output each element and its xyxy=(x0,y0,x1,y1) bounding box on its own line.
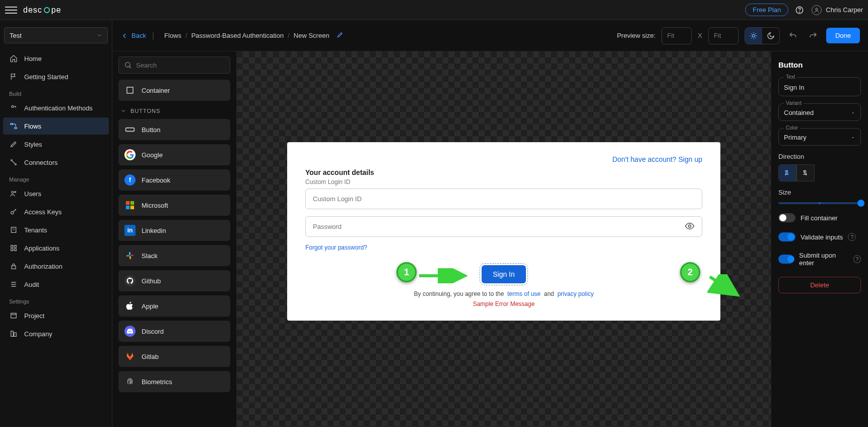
palette-discord[interactable]: Discord xyxy=(118,321,230,342)
nav-home[interactable]: Home xyxy=(3,50,109,67)
crumb-flow-name[interactable]: Password-Based Authentication xyxy=(191,32,284,39)
light-mode-button[interactable] xyxy=(745,28,762,44)
palette-apple[interactable]: Apple xyxy=(118,295,230,317)
palette-google[interactable]: Google xyxy=(118,144,230,165)
palette-biometrics[interactable]: Biometrics xyxy=(118,371,230,392)
linkedin-icon: in xyxy=(124,225,136,236)
dark-mode-button[interactable] xyxy=(762,28,779,44)
free-plan-button[interactable]: Free Plan xyxy=(745,4,788,16)
svg-rect-29 xyxy=(126,206,129,209)
palette-search[interactable] xyxy=(118,56,230,74)
nav-label: Company xyxy=(24,330,52,338)
signup-link[interactable]: Don't have account? Sign up xyxy=(305,155,702,163)
nav-tenants[interactable]: Tenants xyxy=(3,221,109,238)
svg-rect-7 xyxy=(11,124,13,125)
svg-point-4 xyxy=(799,12,800,12)
environment-value: Test xyxy=(10,32,22,39)
preview-height-input[interactable] xyxy=(708,27,739,44)
done-button[interactable]: Done xyxy=(826,28,860,43)
forgot-password-link[interactable]: Forgot your password? xyxy=(305,244,702,251)
palette-github[interactable]: Github xyxy=(118,270,230,291)
nav-styles[interactable]: Styles xyxy=(3,136,109,153)
palette-facebook[interactable]: fFacebook xyxy=(118,169,230,191)
nav-authorization[interactable]: Authorization xyxy=(3,258,109,275)
nav-label: Getting Started xyxy=(24,73,68,81)
crumb-flows[interactable]: Flows xyxy=(164,32,181,39)
search-input[interactable] xyxy=(136,62,225,69)
login-id-field[interactable] xyxy=(305,189,702,209)
brand-logo: desc pe xyxy=(23,6,61,15)
svg-point-35 xyxy=(689,225,691,227)
fingerprint-icon xyxy=(124,376,136,387)
nav-connectors[interactable]: Connectors xyxy=(3,154,109,171)
nav-company[interactable]: Company xyxy=(3,325,109,342)
preview-width-input[interactable] xyxy=(661,27,692,44)
pencil-icon xyxy=(9,140,18,149)
login-id-input[interactable] xyxy=(313,195,695,203)
prop-color[interactable]: Color Primary xyxy=(778,128,861,146)
palette-gitlab[interactable]: Gitlab xyxy=(118,346,230,367)
svg-rect-8 xyxy=(15,128,17,129)
back-button[interactable]: Back xyxy=(120,32,146,40)
nav-audit[interactable]: Audit xyxy=(3,276,109,293)
svg-rect-25 xyxy=(127,87,133,93)
annotation-arrow-2 xyxy=(707,274,743,299)
menu-icon[interactable] xyxy=(5,4,17,16)
nav-users[interactable]: Users xyxy=(3,185,109,202)
palette-button[interactable]: Button xyxy=(118,119,230,140)
login-id-label: Custom Login ID xyxy=(305,178,702,186)
direction-ltr-button[interactable] xyxy=(778,164,796,181)
palette-microsoft[interactable]: Microsoft xyxy=(118,195,230,216)
environment-select[interactable]: Test xyxy=(4,27,108,43)
help-icon[interactable]: ? xyxy=(853,255,861,263)
container-icon xyxy=(124,85,136,96)
undo-button[interactable] xyxy=(786,29,800,43)
palette-container[interactable]: Container xyxy=(118,80,230,101)
size-slider[interactable] xyxy=(778,202,861,204)
password-input[interactable] xyxy=(313,223,695,230)
direction-label: Direction xyxy=(778,153,861,160)
prop-text-label: Text xyxy=(784,74,797,80)
eye-icon[interactable] xyxy=(685,221,695,232)
terms-link[interactable]: terms of use xyxy=(507,290,541,297)
nav-applications[interactable]: Applications xyxy=(3,239,109,257)
nav-project[interactable]: Project xyxy=(3,307,109,324)
svg-rect-30 xyxy=(130,206,134,209)
chevron-down-icon xyxy=(96,32,102,38)
privacy-link[interactable]: privacy policy xyxy=(557,290,593,297)
palette-linkedin[interactable]: inLinkedin xyxy=(118,220,230,241)
preview-size-label: Preview size: xyxy=(617,32,656,39)
fill-container-toggle[interactable] xyxy=(778,213,795,222)
nav-label: Users xyxy=(24,190,41,198)
help-icon[interactable] xyxy=(791,2,808,18)
svg-rect-34 xyxy=(130,255,133,256)
delete-button[interactable]: Delete xyxy=(778,277,861,293)
prop-variant[interactable]: Variant Contained xyxy=(778,103,861,121)
signin-button[interactable]: Sign In xyxy=(482,265,526,283)
svg-rect-20 xyxy=(11,313,17,318)
nav-flows[interactable]: Flows xyxy=(3,117,109,135)
search-icon xyxy=(124,61,132,69)
edit-icon[interactable] xyxy=(337,31,344,40)
nav-section-settings: Settings xyxy=(3,293,109,307)
palette-slack[interactable]: Slack xyxy=(118,245,230,266)
screen-card[interactable]: Don't have account? Sign up Your account… xyxy=(287,142,720,321)
validate-inputs-toggle[interactable] xyxy=(778,232,795,241)
direction-rtl-button[interactable] xyxy=(796,164,815,181)
redo-button[interactable] xyxy=(806,29,820,43)
svg-rect-27 xyxy=(126,201,129,205)
help-icon[interactable]: ? xyxy=(848,233,856,241)
crumb-screen[interactable]: New Screen xyxy=(294,32,329,39)
svg-point-12 xyxy=(15,191,16,193)
palette-group-buttons[interactable]: BUTTONS xyxy=(118,105,230,119)
nav-getting-started[interactable]: Getting Started xyxy=(3,68,109,85)
submit-enter-toggle[interactable] xyxy=(778,255,794,264)
user-menu[interactable]: Chris Carper xyxy=(812,5,863,15)
prop-text[interactable]: Text xyxy=(778,77,861,96)
slider-thumb[interactable] xyxy=(857,200,864,207)
prop-text-input[interactable] xyxy=(784,84,855,91)
nav-access-keys[interactable]: Access Keys xyxy=(3,203,109,220)
password-field[interactable] xyxy=(305,216,702,237)
nav-auth-methods[interactable]: Authentication Methods xyxy=(3,99,109,116)
chevron-down-icon xyxy=(850,135,855,140)
